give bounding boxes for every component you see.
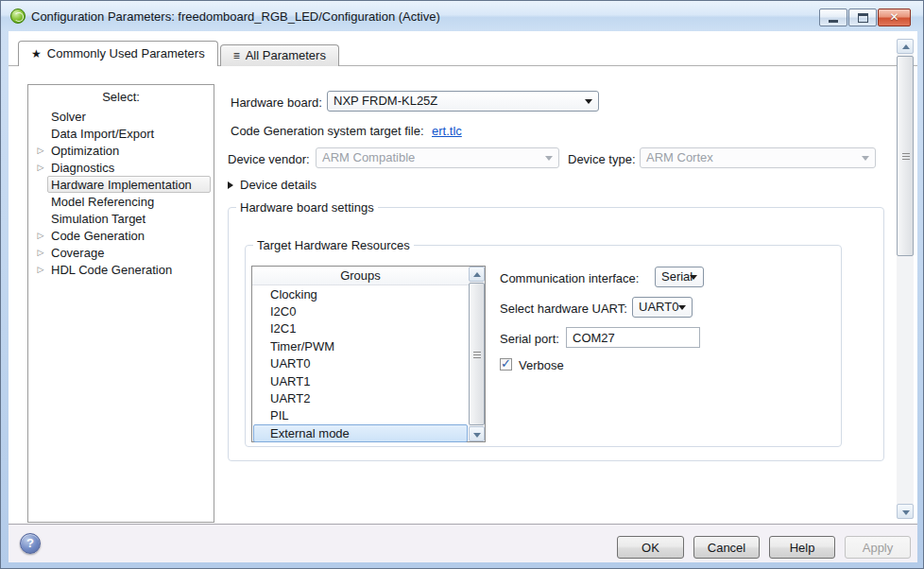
chevron-down-icon <box>678 305 686 310</box>
maximize-button[interactable] <box>848 9 877 26</box>
serial-port-label: Serial port: <box>500 332 559 346</box>
list-item-label: PIL <box>252 408 289 422</box>
check-icon: ✓ <box>501 356 511 371</box>
arrow-up-icon <box>473 272 481 277</box>
chevron-down-icon <box>690 275 697 280</box>
ert-tlc-link[interactable]: ert.tlc <box>432 124 462 138</box>
simulink-app-icon <box>10 9 26 24</box>
chevron-down-icon <box>585 99 592 104</box>
sidebar-item-solver[interactable]: Solver <box>28 108 214 125</box>
scrollbar-grip-icon <box>473 352 481 358</box>
cancel-button[interactable]: Cancel <box>693 536 760 559</box>
sidebar-item-label: Simulation Target <box>47 210 211 227</box>
device-vendor-label: Device vendor: <box>228 152 310 166</box>
scroll-up-button[interactable] <box>469 267 485 282</box>
list-item-uart1[interactable]: UART1 <box>252 372 469 389</box>
sidebar-item-label: Model Referencing <box>47 193 211 210</box>
arrow-down-icon <box>902 510 910 515</box>
device-type-value: ARM Cortex <box>646 150 713 164</box>
verbose-label: Verbose <box>519 358 564 372</box>
list-item-label: UART0 <box>252 356 310 371</box>
chevron-down-icon <box>545 156 553 161</box>
configuration-parameters-dialog: Configuration Parameters: freedomboard_R… <box>0 0 924 569</box>
minimize-button[interactable] <box>819 9 847 26</box>
communication-interface-label: Communication interface: <box>500 271 639 285</box>
sidebar-item-diagnostics[interactable]: ▷Diagnostics <box>28 159 214 176</box>
groups-list-items: ClockingI2C0I2C1Timer/PWMUART0UART1UART2… <box>252 285 469 441</box>
list-item-external-mode[interactable]: External mode <box>253 424 468 441</box>
list-item-uart0[interactable]: UART0 <box>252 355 469 372</box>
expand-arrow-icon[interactable]: ▷ <box>34 265 47 274</box>
close-button[interactable]: ✕ <box>878 9 911 26</box>
list-item-i2c1[interactable]: I2C1 <box>252 320 469 337</box>
groups-column-header[interactable]: Groups <box>252 267 469 285</box>
sidebar-item-data-import-export[interactable]: Data Import/Export <box>28 125 214 142</box>
close-icon: ✕ <box>879 10 910 24</box>
arrow-up-icon <box>902 44 910 49</box>
list-item-pil[interactable]: PIL <box>252 407 469 424</box>
sidebar-item-label: Solver <box>47 108 211 125</box>
scrollbar-grip-icon <box>902 153 910 160</box>
ok-button[interactable]: OK <box>617 536 684 559</box>
list-item-label: Timer/PWM <box>252 339 334 353</box>
verbose-checkbox[interactable]: ✓ <box>500 358 512 371</box>
list-item-label: I2C0 <box>252 304 296 319</box>
sidebar-item-hdl-code-generation[interactable]: ▷HDL Code Generation <box>28 261 214 278</box>
expand-arrow-icon[interactable]: ▷ <box>34 163 47 172</box>
expand-arrow-icon[interactable]: ▷ <box>34 231 47 240</box>
scroll-up-button[interactable] <box>897 39 914 54</box>
apply-button[interactable]: Apply <box>845 536 911 559</box>
help-button[interactable]: Help <box>769 536 835 559</box>
contextual-help-button[interactable]: ? <box>20 533 41 554</box>
hardware-uart-value: UART0 <box>639 300 678 314</box>
sidebar-item-code-generation[interactable]: ▷Code Generation <box>28 227 214 244</box>
tab-commonly-used-parameters[interactable]: ★Commonly Used Parameters <box>18 41 218 66</box>
maximize-icon <box>858 13 868 23</box>
window-controls: ✕ <box>818 9 911 26</box>
device-type-select[interactable]: ARM Cortex <box>640 147 876 168</box>
sidebar-tree: SolverData Import/Export▷Optimization▷Di… <box>28 108 214 278</box>
sidebar-item-coverage[interactable]: ▷Coverage <box>28 244 214 261</box>
scroll-down-button[interactable] <box>897 504 914 519</box>
sidebar-item-label: Coverage <box>47 244 211 261</box>
title-bar[interactable]: Configuration Parameters: freedomboard_R… <box>1 1 923 31</box>
target-hardware-resources-title: Target Hardware Resources <box>253 238 414 252</box>
hardware-board-label: Hardware board: <box>231 95 322 110</box>
scrollbar-thumb[interactable] <box>469 283 485 425</box>
list-item-i2c0[interactable]: I2C0 <box>252 302 469 319</box>
sidebar-item-optimization[interactable]: ▷Optimization <box>28 142 214 159</box>
list-item-label: UART2 <box>252 391 310 405</box>
sidebar-item-hardware-implementation[interactable]: Hardware Implementation <box>28 176 214 193</box>
communication-interface-select[interactable]: Serial <box>655 267 704 287</box>
device-vendor-select[interactable]: ARM Compatible <box>316 147 559 168</box>
window-title: Configuration Parameters: freedomboard_R… <box>31 9 440 24</box>
groups-list-scrollbar[interactable] <box>469 267 485 441</box>
sidebar-item-label: Optimization <box>47 142 211 159</box>
scrollbar-thumb[interactable] <box>897 56 914 256</box>
expand-arrow-icon[interactable]: ▷ <box>34 146 47 155</box>
list-item-label: UART1 <box>252 374 310 388</box>
list-item-label: I2C1 <box>252 321 296 336</box>
hardware-board-value: NXP FRDM-KL25Z <box>334 94 437 108</box>
device-vendor-value: ARM Compatible <box>322 150 415 164</box>
hardware-board-settings-title: Hardware board settings <box>236 200 378 215</box>
sidebar-item-model-referencing[interactable]: Model Referencing <box>28 193 214 210</box>
main-scrollbar[interactable] <box>897 39 914 519</box>
device-details-label: Device details <box>240 178 317 192</box>
hardware-uart-select[interactable]: UART0 <box>632 297 693 318</box>
expand-arrow-icon[interactable]: ▷ <box>34 248 47 257</box>
select-tree-panel: Select: SolverData Import/Export▷Optimiz… <box>27 84 214 523</box>
hardware-board-select[interactable]: NXP FRDM-KL25Z <box>327 91 599 112</box>
sidebar-item-simulation-target[interactable]: Simulation Target <box>28 210 214 227</box>
device-details-expander[interactable]: Device details <box>228 178 317 192</box>
tab-all-parameters[interactable]: ≡All Parameters <box>220 44 339 66</box>
serial-port-input[interactable] <box>566 327 700 348</box>
list-item-uart2[interactable]: UART2 <box>252 389 469 406</box>
tab-strip: ★Commonly Used Parameters ≡All Parameter… <box>18 41 339 66</box>
tab-label: Commonly Used Parameters <box>47 46 205 60</box>
dialog-content: ★Commonly Used Parameters ≡All Parameter… <box>9 31 917 562</box>
scroll-down-button[interactable] <box>469 426 485 441</box>
list-item-clocking[interactable]: Clocking <box>252 285 469 302</box>
list-item-timer-pwm[interactable]: Timer/PWM <box>252 337 469 354</box>
sidebar-item-label: HDL Code Generation <box>47 261 211 278</box>
